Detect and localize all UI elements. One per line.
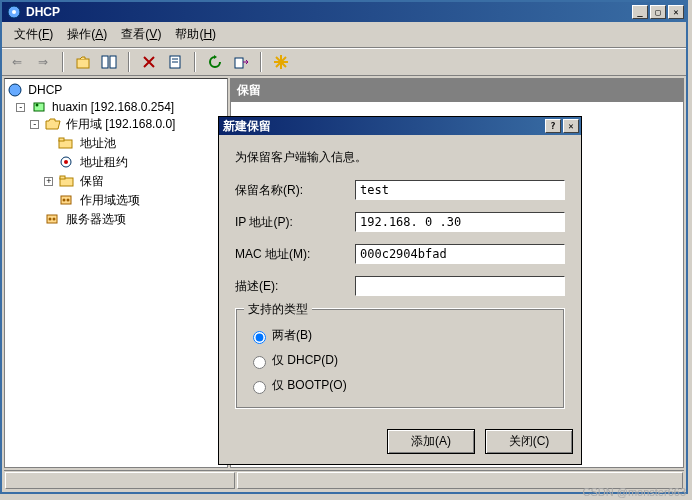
mac-address-input[interactable] (355, 244, 565, 264)
tree-scope-options[interactable]: 作用域选项 (7, 191, 225, 210)
options-icon (58, 193, 74, 207)
add-button[interactable]: 添加(A) (387, 429, 475, 454)
reservation-name-input[interactable] (355, 180, 565, 200)
radio-bootp-only[interactable] (253, 381, 266, 394)
svg-rect-14 (34, 103, 44, 111)
svg-point-24 (67, 199, 70, 202)
options-icon (44, 212, 60, 226)
tree-lease[interactable]: 地址租约 (7, 153, 225, 172)
refresh-button[interactable] (204, 51, 226, 73)
svg-rect-2 (77, 59, 89, 68)
radio-bootp-label: 仅 BOOTP(O) (272, 377, 347, 394)
svg-rect-3 (102, 56, 108, 68)
dhcp-app-icon (6, 4, 22, 20)
collapse-icon[interactable]: - (16, 103, 25, 112)
show-hide-tree-button[interactable] (98, 51, 120, 73)
toolbar: ⇐ ⇒ (2, 48, 686, 76)
ip-address-label: IP 地址(P): (235, 214, 355, 231)
folder-icon (58, 136, 74, 150)
tree-root[interactable]: DHCP (7, 81, 225, 98)
svg-point-1 (12, 10, 16, 14)
svg-point-19 (64, 160, 68, 164)
menu-view[interactable]: 查看(V) (115, 24, 167, 45)
svg-point-13 (9, 84, 21, 96)
supported-types-group: 支持的类型 两者(B) 仅 DHCP(D) 仅 BOOTP(O) (235, 308, 565, 409)
up-folder-button[interactable] (72, 51, 94, 73)
new-reservation-button[interactable] (270, 51, 292, 73)
tree-scope[interactable]: - 作用域 [192.168.0.0] (7, 115, 225, 134)
svg-point-26 (49, 218, 52, 221)
properties-button[interactable] (164, 51, 186, 73)
menu-help[interactable]: 帮助(H) (169, 24, 222, 45)
svg-rect-21 (60, 176, 65, 179)
collapse-icon[interactable]: - (30, 120, 39, 129)
tree-server[interactable]: - huaxin [192.168.0.254] (7, 98, 225, 115)
svg-rect-17 (59, 138, 64, 141)
export-button[interactable] (230, 51, 252, 73)
radio-dhcp-only[interactable] (253, 356, 266, 369)
radio-both-label: 两者(B) (272, 327, 312, 344)
forward-button[interactable]: ⇒ (32, 51, 54, 73)
tree-pool[interactable]: 地址池 (7, 134, 225, 153)
dhcp-icon (7, 83, 23, 97)
menu-file[interactable]: 文件(F) (8, 24, 59, 45)
close-dialog-button[interactable]: 关闭(C) (485, 429, 573, 454)
svg-point-15 (35, 103, 38, 106)
svg-rect-8 (235, 58, 243, 68)
delete-button[interactable] (138, 51, 160, 73)
new-reservation-dialog: 新建保留 ? ✕ 为保留客户端输入信息。 保留名称(R): IP 地址(P): … (218, 116, 582, 465)
server-icon (31, 100, 47, 114)
back-button[interactable]: ⇐ (6, 51, 28, 73)
menu-action[interactable]: 操作(A) (61, 24, 113, 45)
folder-icon (59, 174, 75, 188)
close-button[interactable]: ✕ (668, 5, 684, 19)
dialog-title: 新建保留 (223, 118, 543, 135)
watermark: CSDN @monster663 (583, 486, 686, 498)
radio-both[interactable] (253, 331, 266, 344)
svg-rect-4 (110, 56, 116, 68)
minimize-button[interactable]: _ (632, 5, 648, 19)
pane-header: 保留 (231, 79, 683, 102)
tree-server-options[interactable]: 服务器选项 (7, 210, 225, 229)
group-title: 支持的类型 (244, 301, 312, 318)
radio-dhcp-label: 仅 DHCP(D) (272, 352, 338, 369)
menubar: 文件(F) 操作(A) 查看(V) 帮助(H) (2, 22, 686, 48)
description-input[interactable] (355, 276, 565, 296)
svg-point-27 (53, 218, 56, 221)
maximize-button[interactable]: ▢ (650, 5, 666, 19)
ip-address-input[interactable] (355, 212, 565, 232)
svg-point-23 (63, 199, 66, 202)
folder-open-icon (45, 117, 61, 131)
dialog-close-button[interactable]: ✕ (563, 119, 579, 133)
main-titlebar: DHCP _ ▢ ✕ (2, 2, 686, 22)
reservation-name-label: 保留名称(R): (235, 182, 355, 199)
mac-address-label: MAC 地址(M): (235, 246, 355, 263)
tree-reservation[interactable]: + 保留 (7, 172, 225, 191)
window-title: DHCP (26, 5, 630, 19)
description-label: 描述(E): (235, 278, 355, 295)
tree-pane[interactable]: DHCP - huaxin [192.168.0.254] - 作用域 [192… (4, 78, 228, 468)
expand-icon[interactable]: + (44, 177, 53, 186)
lease-icon (58, 155, 74, 169)
dialog-instruction: 为保留客户端输入信息。 (235, 149, 565, 166)
dialog-help-button[interactable]: ? (545, 119, 561, 133)
